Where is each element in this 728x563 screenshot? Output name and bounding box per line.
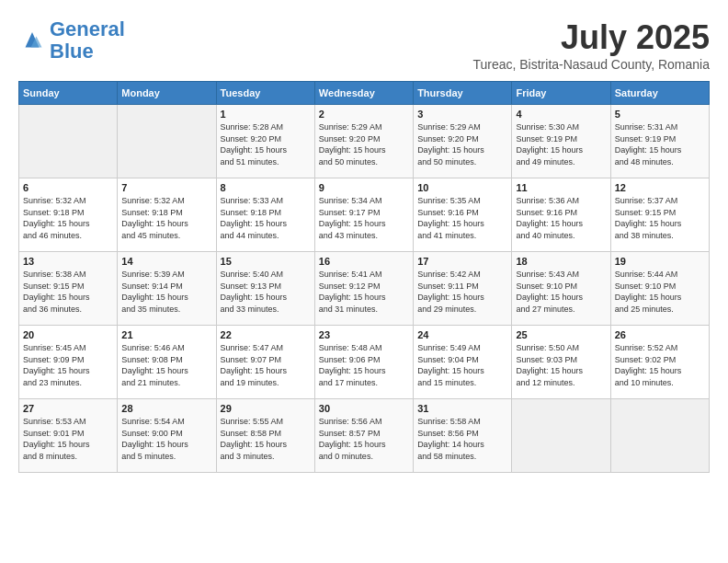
day-info: Sunrise: 5:52 AMSunset: 9:02 PMDaylight:… <box>615 342 705 388</box>
day-info: Sunrise: 5:53 AMSunset: 9:01 PMDaylight:… <box>23 416 113 462</box>
day-number: 29 <box>221 403 311 414</box>
calendar-cell: 7Sunrise: 5:32 AMSunset: 9:18 PMDaylight… <box>118 178 216 252</box>
logo-icon <box>18 27 46 54</box>
logo-line1: General <box>50 17 125 40</box>
calendar-cell: 20Sunrise: 5:45 AMSunset: 9:09 PMDayligh… <box>19 326 118 399</box>
calendar-cell: 11Sunrise: 5:36 AMSunset: 9:16 PMDayligh… <box>512 178 610 252</box>
day-info: Sunrise: 5:38 AMSunset: 9:15 PMDaylight:… <box>23 269 113 315</box>
location: Tureac, Bistrita-Nasaud County, Romania <box>472 57 710 72</box>
day-number: 11 <box>516 182 606 193</box>
day-number: 12 <box>615 182 705 193</box>
day-info: Sunrise: 5:34 AMSunset: 9:17 PMDaylight:… <box>319 195 409 241</box>
day-number: 20 <box>23 329 113 340</box>
calendar-cell <box>610 399 709 473</box>
calendar-cell: 3Sunrise: 5:29 AMSunset: 9:20 PMDaylight… <box>414 105 512 178</box>
calendar-week-row: 20Sunrise: 5:45 AMSunset: 9:09 PMDayligh… <box>19 326 710 399</box>
calendar-week-row: 27Sunrise: 5:53 AMSunset: 9:01 PMDayligh… <box>19 399 710 473</box>
day-info: Sunrise: 5:35 AMSunset: 9:16 PMDaylight:… <box>417 195 507 241</box>
day-info: Sunrise: 5:42 AMSunset: 9:11 PMDaylight:… <box>417 269 507 315</box>
calendar-cell: 9Sunrise: 5:34 AMSunset: 9:17 PMDaylight… <box>314 178 413 252</box>
day-number: 16 <box>319 256 409 267</box>
day-info: Sunrise: 5:50 AMSunset: 9:03 PMDaylight:… <box>516 342 606 388</box>
month-title: July 2025 <box>472 18 710 57</box>
day-info: Sunrise: 5:39 AMSunset: 9:14 PMDaylight:… <box>121 269 211 315</box>
calendar-week-row: 6Sunrise: 5:32 AMSunset: 9:18 PMDaylight… <box>19 178 710 252</box>
weekday-header: Saturday <box>610 82 709 105</box>
day-info: Sunrise: 5:30 AMSunset: 9:19 PMDaylight:… <box>516 121 606 167</box>
calendar-cell <box>118 105 216 178</box>
calendar-cell: 5Sunrise: 5:31 AMSunset: 9:19 PMDaylight… <box>610 105 709 178</box>
calendar-cell: 18Sunrise: 5:43 AMSunset: 9:10 PMDayligh… <box>512 252 610 326</box>
day-info: Sunrise: 5:49 AMSunset: 9:04 PMDaylight:… <box>417 342 507 388</box>
day-number: 28 <box>121 403 211 414</box>
calendar-cell: 2Sunrise: 5:29 AMSunset: 9:20 PMDaylight… <box>314 105 413 178</box>
day-number: 15 <box>221 256 311 267</box>
day-info: Sunrise: 5:31 AMSunset: 9:19 PMDaylight:… <box>615 121 705 167</box>
page-header: General Blue July 2025 Tureac, Bistrita-… <box>18 18 710 72</box>
day-number: 25 <box>516 329 606 340</box>
day-number: 19 <box>615 256 705 267</box>
day-info: Sunrise: 5:28 AMSunset: 9:20 PMDaylight:… <box>221 121 311 167</box>
day-number: 18 <box>516 256 606 267</box>
day-info: Sunrise: 5:43 AMSunset: 9:10 PMDaylight:… <box>516 269 606 315</box>
day-info: Sunrise: 5:29 AMSunset: 9:20 PMDaylight:… <box>417 121 507 167</box>
day-info: Sunrise: 5:47 AMSunset: 9:07 PMDaylight:… <box>221 342 311 388</box>
day-number: 9 <box>319 182 409 193</box>
day-number: 23 <box>319 329 409 340</box>
calendar-cell: 14Sunrise: 5:39 AMSunset: 9:14 PMDayligh… <box>118 252 216 326</box>
day-info: Sunrise: 5:45 AMSunset: 9:09 PMDaylight:… <box>23 342 113 388</box>
day-number: 2 <box>319 109 409 120</box>
calendar-header-row: SundayMondayTuesdayWednesdayThursdayFrid… <box>19 82 710 105</box>
day-info: Sunrise: 5:58 AMSunset: 8:56 PMDaylight:… <box>417 416 507 462</box>
day-info: Sunrise: 5:29 AMSunset: 9:20 PMDaylight:… <box>319 121 409 167</box>
calendar-cell: 30Sunrise: 5:56 AMSunset: 8:57 PMDayligh… <box>314 399 413 473</box>
day-info: Sunrise: 5:36 AMSunset: 9:16 PMDaylight:… <box>516 195 606 241</box>
day-number: 6 <box>23 182 113 193</box>
calendar-cell: 10Sunrise: 5:35 AMSunset: 9:16 PMDayligh… <box>414 178 512 252</box>
calendar-cell: 29Sunrise: 5:55 AMSunset: 8:58 PMDayligh… <box>216 399 314 473</box>
day-info: Sunrise: 5:40 AMSunset: 9:13 PMDaylight:… <box>221 269 311 315</box>
calendar-cell: 17Sunrise: 5:42 AMSunset: 9:11 PMDayligh… <box>414 252 512 326</box>
logo-line2: Blue <box>50 40 94 63</box>
calendar-cell: 19Sunrise: 5:44 AMSunset: 9:10 PMDayligh… <box>610 252 709 326</box>
calendar-cell: 22Sunrise: 5:47 AMSunset: 9:07 PMDayligh… <box>216 326 314 399</box>
weekday-header: Thursday <box>414 82 512 105</box>
day-number: 10 <box>417 182 507 193</box>
title-block: July 2025 Tureac, Bistrita-Nasaud County… <box>472 18 710 72</box>
day-info: Sunrise: 5:41 AMSunset: 9:12 PMDaylight:… <box>319 269 409 315</box>
calendar-week-row: 1Sunrise: 5:28 AMSunset: 9:20 PMDaylight… <box>19 105 710 178</box>
day-number: 26 <box>615 329 705 340</box>
weekday-header: Friday <box>512 82 610 105</box>
day-info: Sunrise: 5:32 AMSunset: 9:18 PMDaylight:… <box>121 195 211 241</box>
day-number: 21 <box>121 329 211 340</box>
calendar-cell: 1Sunrise: 5:28 AMSunset: 9:20 PMDaylight… <box>216 105 314 178</box>
calendar-cell <box>19 105 118 178</box>
day-info: Sunrise: 5:55 AMSunset: 8:58 PMDaylight:… <box>221 416 311 462</box>
weekday-header: Tuesday <box>216 82 314 105</box>
day-number: 13 <box>23 256 113 267</box>
day-info: Sunrise: 5:32 AMSunset: 9:18 PMDaylight:… <box>23 195 113 241</box>
calendar-cell: 8Sunrise: 5:33 AMSunset: 9:18 PMDaylight… <box>216 178 314 252</box>
day-number: 4 <box>516 109 606 120</box>
day-number: 7 <box>121 182 211 193</box>
calendar-cell: 27Sunrise: 5:53 AMSunset: 9:01 PMDayligh… <box>19 399 118 473</box>
calendar-week-row: 13Sunrise: 5:38 AMSunset: 9:15 PMDayligh… <box>19 252 710 326</box>
calendar-cell: 28Sunrise: 5:54 AMSunset: 9:00 PMDayligh… <box>118 399 216 473</box>
calendar-table: SundayMondayTuesdayWednesdayThursdayFrid… <box>18 81 710 473</box>
day-number: 17 <box>417 256 507 267</box>
day-number: 24 <box>417 329 507 340</box>
calendar-cell: 15Sunrise: 5:40 AMSunset: 9:13 PMDayligh… <box>216 252 314 326</box>
calendar-cell: 26Sunrise: 5:52 AMSunset: 9:02 PMDayligh… <box>610 326 709 399</box>
day-info: Sunrise: 5:48 AMSunset: 9:06 PMDaylight:… <box>319 342 409 388</box>
calendar-cell: 12Sunrise: 5:37 AMSunset: 9:15 PMDayligh… <box>610 178 709 252</box>
calendar-cell: 21Sunrise: 5:46 AMSunset: 9:08 PMDayligh… <box>118 326 216 399</box>
day-info: Sunrise: 5:37 AMSunset: 9:15 PMDaylight:… <box>615 195 705 241</box>
day-info: Sunrise: 5:46 AMSunset: 9:08 PMDaylight:… <box>121 342 211 388</box>
logo-text: General Blue <box>50 18 125 63</box>
weekday-header: Sunday <box>19 82 118 105</box>
calendar-cell: 25Sunrise: 5:50 AMSunset: 9:03 PMDayligh… <box>512 326 610 399</box>
calendar-cell: 23Sunrise: 5:48 AMSunset: 9:06 PMDayligh… <box>314 326 413 399</box>
day-info: Sunrise: 5:44 AMSunset: 9:10 PMDaylight:… <box>615 269 705 315</box>
day-number: 5 <box>615 109 705 120</box>
calendar-cell: 6Sunrise: 5:32 AMSunset: 9:18 PMDaylight… <box>19 178 118 252</box>
